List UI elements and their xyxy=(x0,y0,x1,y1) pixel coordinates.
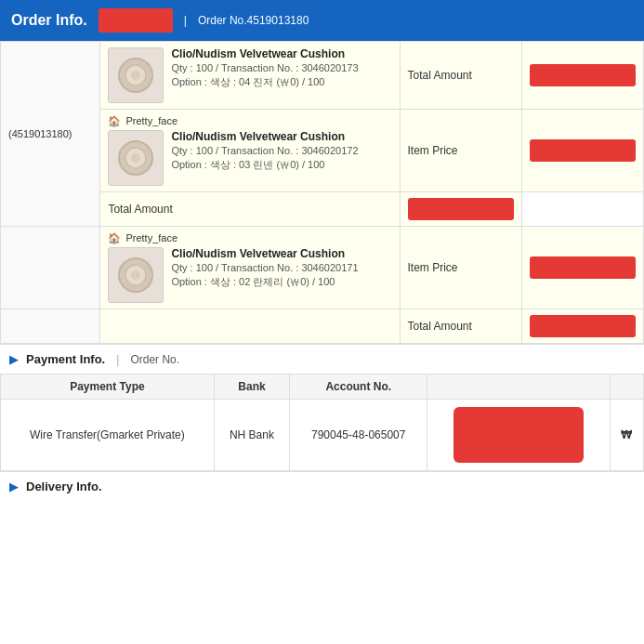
product-image-2 xyxy=(108,130,164,186)
total-amount-value-2 xyxy=(400,192,521,227)
item-price-value-3 xyxy=(521,227,643,309)
item-price-value-2 xyxy=(521,110,643,192)
col-amount xyxy=(610,375,643,400)
item-price-label-3: Item Price xyxy=(400,227,521,309)
order-info-title: Order Info. xyxy=(11,12,87,29)
home-icon-2: 🏠 xyxy=(108,115,121,126)
total-amount-bar-2 xyxy=(408,198,514,220)
payment-action-cell[interactable] xyxy=(427,400,610,471)
payment-section-header: ▶ Payment Info. | Order No. xyxy=(0,344,644,374)
product-name-1: Clio/Nudism Velvetwear Cushion xyxy=(171,47,391,60)
spacer-cell-2 xyxy=(1,309,100,344)
order-no-separator: | xyxy=(184,14,187,27)
payment-bullet-icon: ▶ xyxy=(9,352,19,366)
product-cell-1: Clio/Nudism Velvetwear Cushion Qty : 100… xyxy=(100,42,400,110)
table-row: 🏠 Pretty_face Clio/Nudism Velvetwear Cus… xyxy=(1,227,644,309)
order-id-cell: (4519013180) xyxy=(1,42,100,227)
col-action xyxy=(427,375,610,400)
item-price-bar-2 xyxy=(530,139,636,162)
product-cell-3: 🏠 Pretty_face Clio/Nudism Velvetwear Cus… xyxy=(100,227,400,309)
qty-line-2: Qty : 100 / Transaction No. : 3046020172 xyxy=(171,145,391,156)
order-header: Order Info. | Order No.4519013180 xyxy=(0,0,644,41)
product-name-3: Clio/Nudism Velvetwear Cushion xyxy=(171,247,391,260)
qty-line-1: Qty : 100 / Transaction No. : 3046020173 xyxy=(171,62,391,73)
svg-point-8 xyxy=(131,270,140,280)
item-price-label-2: Item Price xyxy=(400,110,521,192)
payment-type-value: Wire Transfer(Gmarket Private) xyxy=(1,400,215,471)
account-no-value: 790045-48-065007 xyxy=(290,400,427,471)
home-icon-3: 🏠 xyxy=(108,232,121,243)
total-amount-value-1 xyxy=(521,42,643,110)
qty-line-3: Qty : 100 / Transaction No. : 3046020171 xyxy=(171,262,391,273)
svg-point-2 xyxy=(131,71,140,80)
delivery-section-title: Delivery Info. xyxy=(26,480,102,493)
payment-section-title: Payment Info. xyxy=(26,352,105,366)
product-cell-3b xyxy=(100,309,400,344)
table-row-3b: Total Amount xyxy=(1,309,644,344)
payment-row: Wire Transfer(Gmarket Private) NH Bank 7… xyxy=(1,400,644,471)
product-image-1 xyxy=(108,47,164,103)
total-amount-bar-3 xyxy=(530,315,636,337)
payment-table: Payment Type Bank Account No. Wire Trans… xyxy=(0,374,644,471)
table-row: (4519013180) Clio/Nudism Velvetwear Cush… xyxy=(1,42,644,110)
option-line-3: Option : 색상 : 02 란제리 (₩0) / 100 xyxy=(171,275,391,289)
delivery-section-header: ▶ Delivery Info. xyxy=(0,471,644,501)
spacer-cell xyxy=(1,227,100,309)
col-account-no: Account No. xyxy=(290,375,427,400)
total-amount-label-1: Total Amount xyxy=(400,42,521,110)
seller-label-2: 🏠 Pretty_face xyxy=(108,115,391,127)
product-cell-2: 🏠 Pretty_face Clio/Nudism Velvetwear Cus… xyxy=(100,110,400,192)
order-number-label: Order No.4519013180 xyxy=(198,14,309,27)
total-amount-value-3 xyxy=(521,309,643,344)
payment-divider: | xyxy=(116,353,119,366)
total-amount-label-2: Total Amount xyxy=(100,192,400,227)
col-bank: Bank xyxy=(214,375,289,400)
payment-action-button[interactable] xyxy=(453,407,584,463)
option-line-1: Option : 색상 : 04 진저 (₩0) / 100 xyxy=(171,75,391,89)
payment-section-sub: Order No. xyxy=(130,353,179,366)
total-amount-label-3: Total Amount xyxy=(400,309,521,344)
payment-amount-value: ₩ xyxy=(610,400,643,471)
col-payment-type: Payment Type xyxy=(1,375,215,400)
total-amount-bar-1 xyxy=(530,64,636,86)
bank-value: NH Bank xyxy=(214,400,289,471)
option-line-2: Option : 색상 : 03 린넨 (₩0) / 100 xyxy=(171,158,391,172)
item-price-bar-3 xyxy=(530,256,636,279)
product-image-3 xyxy=(108,247,164,303)
delivery-bullet-icon: ▶ xyxy=(9,480,19,493)
seller-label-3: 🏠 Pretty_face xyxy=(108,232,391,244)
svg-point-5 xyxy=(131,153,140,163)
order-table: (4519013180) Clio/Nudism Velvetwear Cush… xyxy=(0,41,644,344)
order-id-box xyxy=(99,8,173,33)
product-name-2: Clio/Nudism Velvetwear Cushion xyxy=(171,130,391,143)
